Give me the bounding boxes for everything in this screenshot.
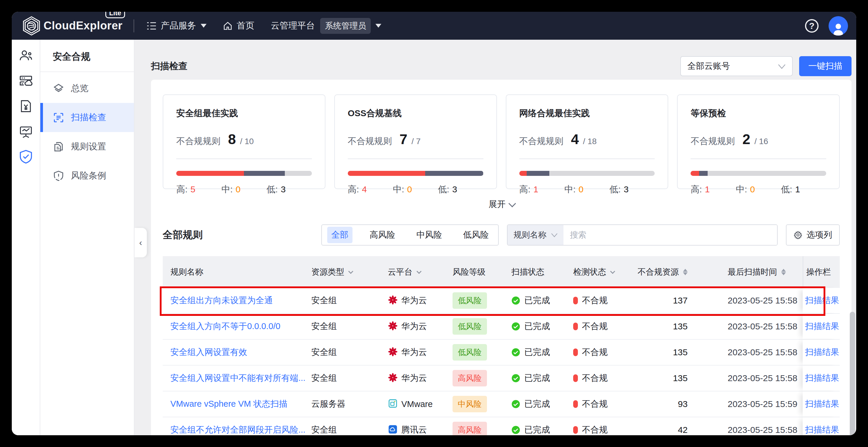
nav-product-services[interactable]: 产品服务 xyxy=(147,20,207,32)
platform-name: VMware xyxy=(401,400,433,409)
table-row-0: 安全组出方向未设置为全通安全组华为云低风险已完成不合规1372023-05-25… xyxy=(163,288,840,314)
column-header-8: 操作栏 xyxy=(803,256,840,288)
scan-result-link[interactable]: 扫描结果 xyxy=(805,321,839,332)
brand-logo[interactable]: CloudExplorer Lite xyxy=(22,16,122,36)
resource-type: 安全组 xyxy=(311,372,337,384)
security-compliance-sidebar: 安全合规 总览 xyxy=(40,40,134,435)
noncompliant-count: 4 xyxy=(571,131,579,147)
rule-name-link[interactable]: 安全组入方向不等于0.0.0.0/0 xyxy=(170,321,280,332)
scan-result-link[interactable]: 扫描结果 xyxy=(805,346,839,358)
red-dot-icon xyxy=(573,297,578,305)
rule-name-link[interactable]: VMware vSphere VM 状态扫描 xyxy=(170,398,287,410)
summary-card-3[interactable]: 等保预检不合规规则2/ 16高:1中:0低:1 xyxy=(677,94,840,189)
red-dot-icon xyxy=(573,349,578,356)
rule-name-link[interactable]: 安全组入网设置中不能有对所有端... xyxy=(170,372,305,384)
chevron-down-icon xyxy=(778,61,785,71)
risk-tab-1[interactable]: 高风险 xyxy=(366,227,399,243)
column-header-5[interactable]: 检测状态 xyxy=(573,266,633,278)
nav-platform[interactable]: 云管理平台 系统管理员 xyxy=(271,18,381,34)
risk-level-badge: 高风险 xyxy=(453,422,487,435)
check-circle-icon xyxy=(512,296,520,305)
risk-level-badge: 高风险 xyxy=(453,370,487,386)
one-click-scan-button[interactable]: 一键扫描 xyxy=(799,56,851,76)
bar-segment-low xyxy=(244,171,284,176)
sidebar-item-overview[interactable]: 总览 xyxy=(40,74,134,103)
nav-home[interactable]: 首页 xyxy=(223,20,254,32)
scan-result-link[interactable]: 扫描结果 xyxy=(805,372,839,384)
table-row-1: 安全组入方向不等于0.0.0.0/0安全组华为云低风险已完成不合规1352023… xyxy=(163,314,840,340)
rules-table: 规则名称资源类型云平台风险等级扫描状态检测状态不合规资源最后扫描时间操作栏 安全… xyxy=(163,256,840,435)
person-icon xyxy=(832,22,845,36)
users-icon[interactable] xyxy=(18,48,34,63)
bar-segment-low xyxy=(425,171,483,176)
red-dot-icon xyxy=(573,374,578,382)
card-title: 安全组最佳实践 xyxy=(176,107,312,119)
scan-result-link[interactable]: 扫描结果 xyxy=(805,398,839,410)
last-scan-time: 2023-05-25 15:58 xyxy=(727,373,797,383)
resource-type: 安全组 xyxy=(311,424,337,435)
operation-board-icon[interactable] xyxy=(18,124,34,139)
billing-icon[interactable] xyxy=(18,98,34,114)
detect-status: 不合规 xyxy=(573,372,608,384)
rule-name-link[interactable]: 安全组出方向未设置为全通 xyxy=(170,295,273,307)
help-icon[interactable]: ? xyxy=(805,19,818,33)
rule-name-link[interactable]: 安全组入网设置有效 xyxy=(170,346,247,358)
brand-wordmark: CloudExplorer xyxy=(43,20,122,32)
risk-tab-0[interactable]: 全部 xyxy=(327,227,352,243)
column-header-6[interactable]: 不合规资源 xyxy=(633,266,692,278)
sidebar-item-risk-regulations[interactable]: 风险条例 xyxy=(40,161,134,190)
bar-segment-low xyxy=(527,171,549,176)
resource-type: 安全组 xyxy=(311,295,337,307)
vertical-scrollbar[interactable] xyxy=(850,312,855,435)
nav-divider xyxy=(133,20,134,32)
platform-name: 腾讯云 xyxy=(401,424,427,435)
total-count: / 7 xyxy=(411,137,421,146)
last-scan-time: 2023-05-25 15:58 xyxy=(727,347,797,357)
card-metric-label: 不合规规则 xyxy=(176,135,220,147)
mid-count: 中:0 xyxy=(736,184,781,196)
scan-result-link[interactable]: 扫描结果 xyxy=(805,295,839,307)
risk-tab-3[interactable]: 低风险 xyxy=(459,227,493,243)
column-options-button[interactable]: 选项列 xyxy=(786,224,840,246)
list-menu-icon xyxy=(147,22,157,30)
noncompliant-resource-count: 137 xyxy=(673,295,688,306)
noncompliant-count: 7 xyxy=(400,131,407,147)
column-header-2[interactable]: 云平台 xyxy=(388,266,453,278)
rule-name-link[interactable]: 安全组不允许对全部网段开启风险... xyxy=(170,424,305,435)
cloud-platform: 华为云 xyxy=(388,321,453,332)
cloud-platform: 华为云 xyxy=(388,372,453,384)
low-count: 低:3 xyxy=(267,184,312,196)
sort-carets-icon[interactable] xyxy=(781,269,786,275)
sidebar-item-scan-check[interactable]: 扫描检查 xyxy=(40,103,134,132)
column-header-1[interactable]: 资源类型 xyxy=(311,266,388,278)
summary-card-1[interactable]: OSS合规基线不合规规则7/ 7高:4中:0低:3 xyxy=(334,94,497,189)
column-header-4: 扫描状态 xyxy=(512,266,573,278)
shield-alert-icon xyxy=(53,170,64,182)
low-count: 低:1 xyxy=(781,184,826,196)
huawei-logo-icon xyxy=(388,347,398,357)
scan-result-link[interactable]: 扫描结果 xyxy=(805,424,839,435)
last-scan-time: 2023-05-25 15:58 xyxy=(727,295,797,306)
table-header: 规则名称资源类型云平台风险等级扫描状态检测状态不合规资源最后扫描时间操作栏 xyxy=(163,256,840,288)
cloud-account-select[interactable]: 全部云账号 xyxy=(680,56,793,76)
security-shield-icon[interactable] xyxy=(18,149,34,164)
cloud-resources-icon[interactable] xyxy=(18,73,34,89)
gear-icon xyxy=(794,230,802,240)
cloud-platform: 腾讯云 xyxy=(388,424,453,435)
mid-count: 中:0 xyxy=(221,184,266,196)
sidebar-item-rule-settings[interactable]: 规则设置 xyxy=(40,132,134,161)
sort-carets-icon[interactable] xyxy=(683,269,688,275)
sidebar-collapse-handle[interactable]: ‹ xyxy=(134,228,147,257)
user-avatar[interactable] xyxy=(829,16,848,36)
risk-tab-2[interactable]: 中风险 xyxy=(412,227,446,243)
summary-card-0[interactable]: 安全组最佳实践不合规规则8/ 10高:5中:0低:3 xyxy=(163,94,326,189)
admin-role-badge[interactable]: 系统管理员 xyxy=(320,18,371,34)
bar-segment-low xyxy=(699,171,708,176)
summary-card-2[interactable]: 网络合规最佳实践不合规规则4/ 18高:1中:0低:3 xyxy=(506,94,669,189)
compliance-summary-cards: 安全组最佳实践不合规规则8/ 10高:5中:0低:3OSS合规基线不合规规则7/… xyxy=(163,94,840,189)
check-circle-icon xyxy=(512,400,520,409)
detect-status: 不合规 xyxy=(573,398,608,410)
search-input[interactable] xyxy=(563,225,777,245)
search-field-select[interactable]: 规则名称 xyxy=(507,225,563,245)
expand-toggle[interactable]: 展开 xyxy=(163,198,840,210)
